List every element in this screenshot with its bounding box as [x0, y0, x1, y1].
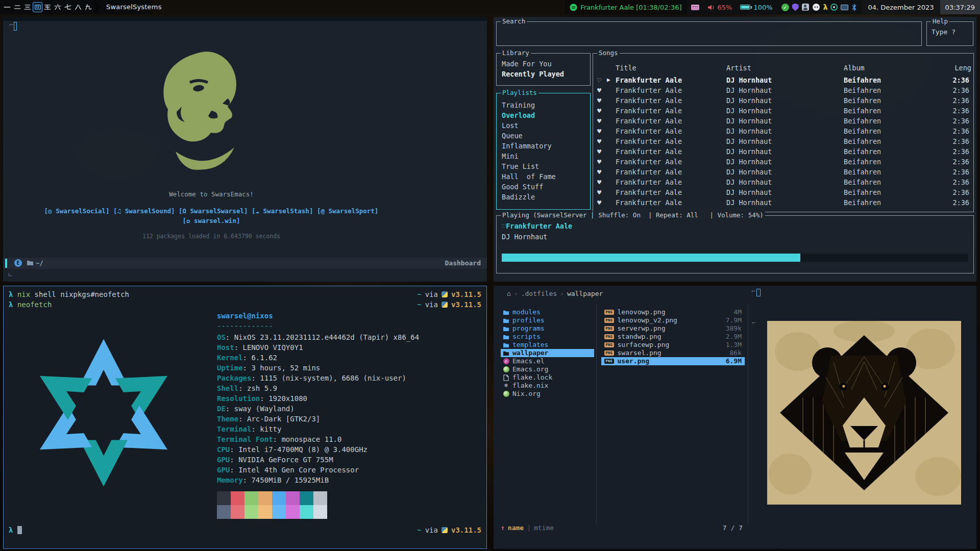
- heart-icon[interactable]: ♥: [597, 85, 601, 95]
- song-row[interactable]: ♥Frankfurter AaleDJ HornhautBeifahren2:3…: [593, 146, 973, 157]
- playlist-item[interactable]: Lost: [497, 120, 590, 131]
- song-row[interactable]: ♥Frankfurter AaleDJ HornhautBeifahren2:3…: [593, 106, 973, 116]
- file-item-serverwp.png[interactable]: PNGserverwp.png389k: [601, 324, 745, 333]
- dir-item-Nix.org[interactable]: Nix.org: [501, 390, 594, 398]
- dashboard-link-swarselswarsel[interactable]: [Ω SwarselSwarsel]: [179, 207, 248, 215]
- workspace-9[interactable]: [83, 0, 93, 14]
- song-row[interactable]: ♥Frankfurter AaleDJ HornhautBeifahren2:3…: [593, 157, 973, 167]
- heart-icon[interactable]: ♥: [597, 187, 601, 197]
- file-item-lenovowp_v2.png[interactable]: PNGlenovowp_v2.png7.9M: [601, 316, 745, 324]
- dir-item-programs[interactable]: programs: [501, 324, 594, 333]
- song-row[interactable]: ♥Frankfurter AaleDJ HornhautBeifahren2:3…: [593, 177, 973, 187]
- dir-item-flake.nix[interactable]: ❄flake.nix: [501, 382, 594, 390]
- dashboard-link-swarselsocial[interactable]: [◎ SwarselSocial]: [44, 207, 110, 215]
- song-row[interactable]: ♥Frankfurter AaleDJ HornhautBeifahren2:3…: [593, 187, 973, 197]
- playlist-item[interactable]: Inflammatory: [497, 141, 590, 151]
- workspace-8[interactable]: [73, 0, 83, 14]
- breadcrumb-parent[interactable]: .dotfiles: [521, 290, 557, 297]
- playlist-item[interactable]: Good Stuff: [497, 182, 590, 192]
- terminal-prompt[interactable]: λ: [9, 526, 22, 534]
- workspace-1[interactable]: [2, 0, 12, 14]
- workspace-7[interactable]: [63, 0, 73, 14]
- dashboard-link-swarselsport[interactable]: [@ SwarselSport]: [317, 207, 378, 215]
- terminal-window[interactable]: λ nix shell nixpkgs#neofetch ~viav3.11.5…: [3, 286, 487, 549]
- heart-icon[interactable]: ♡: [597, 75, 601, 85]
- heart-icon[interactable]: ♥: [597, 197, 601, 208]
- emacs-window[interactable]: ⌐ Welcome to SwarsEmacs! [◎ SwarselSocia…: [3, 17, 487, 282]
- workspace-6[interactable]: [53, 0, 63, 14]
- display-icon[interactable]: [841, 5, 848, 10]
- song-row[interactable]: ♥Frankfurter AaleDJ HornhautBeifahren2:3…: [593, 116, 973, 126]
- workspace-5[interactable]: [42, 0, 53, 14]
- search-box[interactable]: Search: [496, 21, 922, 46]
- dir-item-templates[interactable]: templates: [501, 341, 594, 349]
- now-playing-widget[interactable]: Frankfurter Aale [01:38/02:36]: [565, 0, 687, 14]
- file-item-surfacewp.png[interactable]: PNGsurfacewp.png1.3M: [601, 341, 745, 349]
- heart-icon[interactable]: ♥: [597, 116, 601, 126]
- playlist-item[interactable]: Mini: [497, 151, 590, 161]
- volume-widget[interactable]: 65%: [703, 0, 737, 14]
- check-icon[interactable]: ✓: [781, 4, 789, 11]
- file-item-lenovowp.png[interactable]: PNGlenovowp.png4M: [601, 308, 745, 316]
- clock-date[interactable]: 04. Dezember 2023: [862, 0, 940, 14]
- home-icon[interactable]: ⌂: [507, 290, 511, 297]
- dir-item-Emacs.el[interactable]: eEmacs.el: [501, 357, 594, 365]
- lambda-icon[interactable]: λ: [823, 3, 828, 11]
- syncthing-icon[interactable]: [830, 4, 838, 11]
- dir-item-profiles[interactable]: profiles: [501, 316, 594, 324]
- discord-icon[interactable]: [812, 3, 820, 11]
- heart-icon[interactable]: ♥: [597, 126, 601, 136]
- progress-bar[interactable]: [502, 254, 968, 262]
- playlist-item[interactable]: Badizzle: [497, 192, 590, 202]
- battery-widget[interactable]: 100%: [736, 0, 776, 14]
- breadcrumb-current[interactable]: wallpaper: [567, 290, 603, 297]
- playlist-item[interactable]: Training: [497, 100, 590, 110]
- file-item-user.png[interactable]: PNGuser.png6.9M: [601, 357, 745, 365]
- workspace-2[interactable]: [12, 0, 22, 14]
- song-row[interactable]: ♥Frankfurter AaleDJ HornhautBeifahren2:3…: [593, 95, 973, 106]
- column-artist[interactable]: Artist: [726, 64, 751, 72]
- library-item[interactable]: Recently Played: [497, 69, 590, 79]
- keyboard-icon[interactable]: [691, 5, 699, 10]
- song-row[interactable]: ♥Frankfurter AaleDJ HornhautBeifahren2:3…: [593, 136, 973, 146]
- heart-icon[interactable]: ♥: [597, 177, 601, 187]
- file-item-standwp.png[interactable]: PNGstandwp.png2.9M: [601, 333, 745, 341]
- heart-icon[interactable]: ♥: [597, 167, 601, 177]
- heart-icon[interactable]: ♡: [502, 222, 506, 230]
- song-row[interactable]: ♥Frankfurter AaleDJ HornhautBeifahren2:3…: [593, 85, 973, 95]
- dashboard-link-swarsel.win[interactable]: [✿ swarsel.win]: [183, 217, 240, 224]
- song-row[interactable]: ♡▶Frankfurter AaleDJ HornhautBeifahren2:…: [593, 75, 973, 85]
- user-icon[interactable]: [802, 4, 809, 11]
- workspace-3[interactable]: [22, 0, 33, 14]
- file-manager-window[interactable]: ⌂›.dotfiles›wallpaper modulesprofilespro…: [494, 286, 976, 549]
- dir-item-modules[interactable]: modules: [501, 308, 594, 316]
- dir-item-scripts[interactable]: scripts: [501, 333, 594, 341]
- dir-item-flake.lock[interactable]: flake.lock: [501, 373, 594, 382]
- workspace-4[interactable]: [33, 2, 42, 12]
- bluetooth-icon[interactable]: [851, 4, 857, 11]
- heart-icon[interactable]: ♥: [597, 146, 601, 157]
- column-length[interactable]: Leng: [954, 64, 971, 72]
- dashboard-link-swarselstash[interactable]: [☁ SwarselStash]: [252, 207, 313, 215]
- clock-time[interactable]: 03:37:29: [940, 0, 980, 14]
- column-title[interactable]: Title: [616, 64, 636, 72]
- sort-status[interactable]: ↑ name | mtime: [501, 524, 554, 532]
- dir-item-Emacs.org[interactable]: Emacs.org: [501, 365, 594, 373]
- music-player-window[interactable]: Search Help Type ? Library Made For YouR…: [494, 17, 976, 282]
- song-row[interactable]: ♥Frankfurter AaleDJ HornhautBeifahren2:3…: [593, 126, 973, 136]
- playlist-item[interactable]: Hall of Fame: [497, 171, 590, 182]
- heart-icon[interactable]: ♥: [597, 106, 601, 116]
- playlist-item[interactable]: True List: [497, 161, 590, 171]
- shield-icon[interactable]: [792, 4, 799, 11]
- heart-icon[interactable]: ♥: [597, 95, 601, 106]
- dir-item-wallpaper[interactable]: wallpaper: [501, 349, 594, 357]
- heart-icon[interactable]: ♥: [597, 136, 601, 146]
- library-item[interactable]: Made For You: [497, 59, 590, 69]
- file-item-swarsel.png[interactable]: PNGswarsel.png86k: [601, 349, 745, 357]
- column-album[interactable]: Album: [844, 64, 865, 72]
- dashboard-link-swarselsound[interactable]: [♫ SwarselSound]: [113, 207, 175, 215]
- playlist-item[interactable]: Queue: [497, 131, 590, 141]
- heart-icon[interactable]: ♥: [597, 157, 601, 167]
- song-row[interactable]: ♥Frankfurter AaleDJ HornhautBeifahren2:3…: [593, 197, 973, 208]
- song-row[interactable]: ♥Frankfurter AaleDJ HornhautBeifahren2:3…: [593, 167, 973, 177]
